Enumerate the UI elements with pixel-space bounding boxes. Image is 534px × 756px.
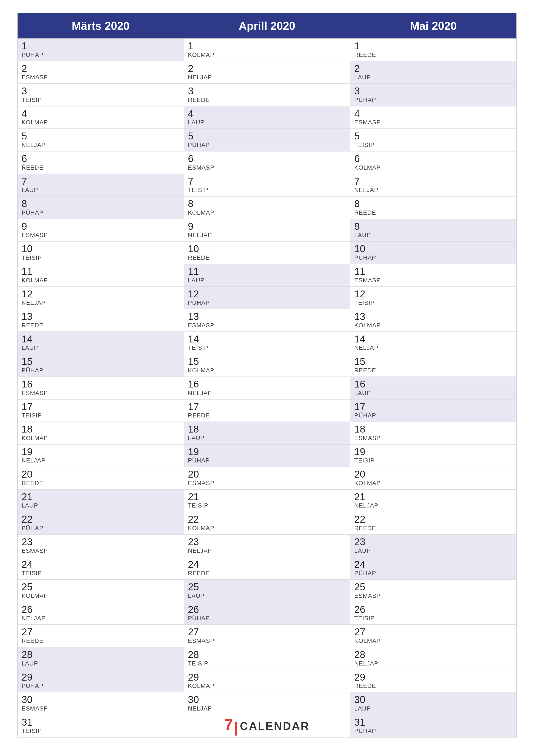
day-number: 27 [354,627,513,637]
day-cell-m0-d7: 8 PÜHAP [17,196,184,219]
day-name: LAUP [188,277,346,284]
day-number: 3 [21,86,180,96]
day-number: 9 [21,221,180,232]
month-header-0: Märts 2020 [17,13,184,39]
day-number: 27 [21,627,180,637]
day-number: 18 [354,424,513,435]
day-number: 25 [354,581,513,592]
day-number: 24 [21,559,180,570]
day-cell-m1-d15: 16 NELJAP [184,377,350,399]
day-cell-m1-d27: 28 TEISIP [184,647,350,670]
day-name: PÜHAP [188,615,346,622]
day-name: REEDE [354,367,513,374]
day-cell-m2-d19: 20 KOLMAP [350,467,517,489]
day-number: 9 [188,221,346,232]
day-cell-m1-d8: 9 NELJAP [184,219,350,242]
day-cell-m1-d22: 23 NELJAP [184,534,350,557]
day-number: 29 [188,672,346,683]
day-name: NELJAP [21,299,180,306]
day-number: 6 [354,153,513,164]
day-number: 22 [188,514,346,525]
day-name: REEDE [188,412,346,419]
day-name: ESMASP [21,232,180,239]
day-cell-m2-d2: 3 PÜHAP [350,84,517,106]
day-name: REEDE [354,525,513,532]
day-cell-m0-d28: 29 PÜHAP [17,670,184,692]
day-number: 18 [21,424,180,435]
day-cell-m2-d12: 13 KOLMAP [350,309,517,332]
day-name: REEDE [354,51,513,58]
day-cell-m2-d11: 12 TEISIP [350,286,517,309]
day-number: 21 [188,491,346,502]
day-number: 12 [188,288,346,300]
day-cell-m1-d9: 10 REEDE [184,241,350,264]
day-cell-m2-d26: 27 KOLMAP [350,625,517,647]
day-cell-m1-d23: 24 REEDE [184,557,350,580]
day-number: 8 [354,198,513,209]
day-name: REEDE [21,637,180,644]
day-name: ESMASP [354,435,513,442]
day-number: 24 [188,559,346,570]
day-cell-m0-d13: 14 LAUP [17,332,184,354]
day-cell-m0-d21: 22 PÜHAP [17,512,184,534]
day-number: 11 [21,266,180,277]
day-cell-m0-d15: 16 ESMASP [17,377,184,399]
day-cell-m0-d12: 13 REEDE [17,309,184,332]
logo-number: 7 [224,716,233,733]
day-number: 7 [354,176,513,187]
day-number: 1 [354,40,513,51]
day-number: 21 [21,491,180,502]
day-number: 1 [188,40,346,51]
day-name: TEISIP [354,142,513,148]
day-cell-m0-d5: 6 REEDE [17,151,184,174]
day-number: 13 [354,311,513,322]
day-name: LAUP [354,547,513,554]
day-name: KOLMAP [188,367,346,374]
day-name: REEDE [188,96,346,103]
day-cell-m0-d11: 12 NELJAP [17,286,184,309]
day-number: 15 [21,356,180,367]
day-cell-m2-d13: 14 NELJAP [350,332,517,354]
day-name: PÜHAP [188,457,346,464]
day-name: NELJAP [188,74,346,81]
day-name: LAUP [188,592,346,599]
day-number: 23 [21,536,180,547]
day-cell-m1-d17: 18 LAUP [184,422,350,445]
day-number: 26 [354,604,513,615]
day-name: ESMASP [354,592,513,599]
day-name: NELJAP [354,660,513,667]
day-cell-m2-d24: 25 ESMASP [350,580,517,602]
day-number: 31 [354,717,513,728]
day-cell-m1-d16: 17 REEDE [184,399,350,422]
day-number: 17 [21,401,180,412]
day-name: KOLMAP [354,164,513,171]
day-number: 25 [21,581,180,592]
day-name: KOLMAP [188,525,346,532]
day-name: PÜHAP [354,728,513,735]
day-number: 20 [21,469,180,480]
day-number: 10 [354,243,513,254]
day-cell-m2-d20: 21 NELJAP [350,489,517,512]
day-name: TEISIP [188,502,346,509]
day-name: NELJAP [354,187,513,194]
day-cell-m1-d29: 30 NELJAP [184,692,350,715]
day-cell-m2-d10: 11 ESMASP [350,264,517,286]
day-cell-m1-d10: 11 LAUP [184,264,350,286]
day-name: NELJAP [21,615,180,622]
day-cell-m0-d23: 24 TEISIP [17,557,184,580]
day-number: 15 [354,356,513,367]
day-cell-m2-d21: 22 REEDE [350,512,517,534]
day-name: REEDE [21,480,180,487]
logo-cell: 7 CALENDAR [184,715,350,738]
day-cell-m2-d29: 30 LAUP [350,692,517,715]
day-number: 19 [21,446,180,457]
day-cell-m2-d5: 6 KOLMAP [350,151,517,174]
day-number: 28 [354,649,513,660]
day-cell-m2-d8: 9 LAUP [350,219,517,242]
day-cell-m1-d21: 22 KOLMAP [184,512,350,534]
day-cell-m1-d13: 14 TEISIP [184,332,350,354]
day-name: NELJAP [21,142,180,148]
day-number: 5 [354,131,513,142]
day-number: 30 [188,694,346,705]
day-name: LAUP [21,502,180,509]
